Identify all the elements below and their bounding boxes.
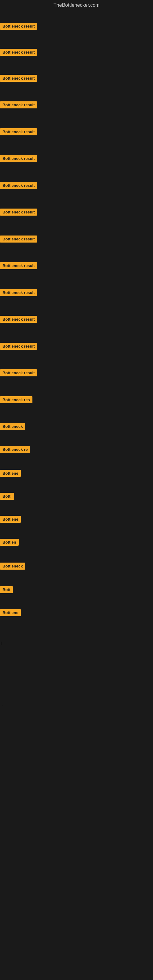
bottleneck-result-item: Bottleneck result	[0, 75, 37, 82]
bottleneck-result-item: Bottleneck result	[0, 262, 37, 269]
bottleneck-result-item: Bottlen	[0, 539, 19, 546]
bottleneck-result-item: Bottleneck result	[0, 155, 37, 162]
bottleneck-result-item: Bottleneck result	[0, 182, 37, 189]
bottleneck-result-item: Bottleneck result	[0, 101, 37, 108]
bottleneck-result-item: Bottlene	[0, 516, 21, 523]
bottleneck-result-item: Bottl	[0, 493, 14, 500]
bottleneck-result-item: Bottleneck result	[0, 235, 37, 243]
bottleneck-result-item: Bottleneck result	[0, 23, 37, 30]
bottleneck-result-item: Bottleneck result	[0, 208, 37, 216]
bottleneck-result-item: Bottleneck result	[0, 343, 37, 350]
bottleneck-result-item: Bott	[0, 586, 13, 593]
bottleneck-result-item: Bottleneck result	[0, 289, 37, 296]
bottleneck-result-item: Bottleneck result	[0, 316, 37, 323]
bottleneck-result-item: Bottleneck	[0, 563, 25, 570]
site-title: TheBottlenecker.com	[0, 0, 153, 10]
bottleneck-result-item: Bottleneck result	[0, 369, 37, 376]
bottleneck-result-item: Bottlene	[0, 470, 21, 477]
bottleneck-result-item: Bottleneck	[0, 423, 25, 430]
bottleneck-result-item: Bottleneck re	[0, 446, 30, 453]
tiny-label: ...	[1, 703, 3, 706]
bottleneck-result-item: Bottlene	[0, 609, 21, 616]
bottleneck-result-item: Bottleneck result	[0, 128, 37, 135]
tiny-label: |	[1, 641, 2, 645]
bottleneck-result-item: Bottleneck result	[0, 49, 37, 56]
bottleneck-result-item: Bottleneck res	[0, 396, 32, 403]
